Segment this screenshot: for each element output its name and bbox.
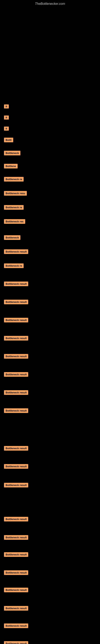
- bottleneck-result-item: Bottleneck result: [4, 372, 28, 377]
- bottleneck-result-item: Bottleneck: [4, 151, 20, 155]
- bottleneck-result-item: Bottleneck resu: [4, 191, 27, 196]
- bottleneck-result-item: B: [4, 126, 9, 130]
- bottleneck-result-item: Bottleneck result: [4, 552, 28, 557]
- bottleneck-result-item: Bottleneck result: [4, 464, 28, 469]
- bottleneck-result-item: Bottleneck result: [4, 570, 28, 575]
- bottleneck-result-item: Bottleneck result: [4, 446, 28, 450]
- bottleneck-result-item: Bottleneck re: [4, 264, 24, 268]
- bottleneck-result-item: Bottleneck re: [4, 177, 24, 182]
- site-title: TheBottlenecker.com: [0, 0, 100, 7]
- bottleneck-result-item: Bottleneck result: [4, 249, 28, 254]
- bottleneck-result-item: B: [4, 116, 9, 120]
- bottleneck-result-item: Bottleneck: [4, 235, 20, 240]
- bottleneck-result-item: Bottleneck res: [4, 219, 25, 224]
- bottleneck-result-item: Bottleneck result: [4, 641, 28, 644]
- bottleneck-result-item: Bottleneck result: [4, 535, 28, 540]
- bottleneck-result-item: Bottleneck result: [4, 517, 28, 522]
- bottleneck-result-item: Bottleneck result: [4, 300, 28, 304]
- bottleneck-result-item: Bottleneck result: [4, 408, 28, 413]
- bottleneck-result-item: Bottleneck result: [4, 606, 28, 610]
- bottleneck-result-item: Bottleneck result: [4, 390, 28, 395]
- bottleneck-result-item: Bottleneck result: [4, 483, 28, 488]
- bottleneck-result-item: B: [4, 104, 9, 108]
- bottleneck-result-item: Bottleneck result: [4, 282, 28, 286]
- bottleneck-result-item: Bottleneck result: [4, 336, 28, 340]
- bottleneck-result-item: Bottl: [4, 138, 13, 142]
- bottleneck-result-item: Bottleneck result: [4, 624, 28, 628]
- bottleneck-result-item: Bottleneck result: [4, 318, 28, 322]
- bottleneck-result-item: Bottleneck result: [4, 354, 28, 359]
- bottleneck-result-item: Bottleneck re: [4, 205, 24, 210]
- bottleneck-result-item: Bottlene: [4, 164, 18, 168]
- bottleneck-result-item: Bottleneck result: [4, 588, 28, 592]
